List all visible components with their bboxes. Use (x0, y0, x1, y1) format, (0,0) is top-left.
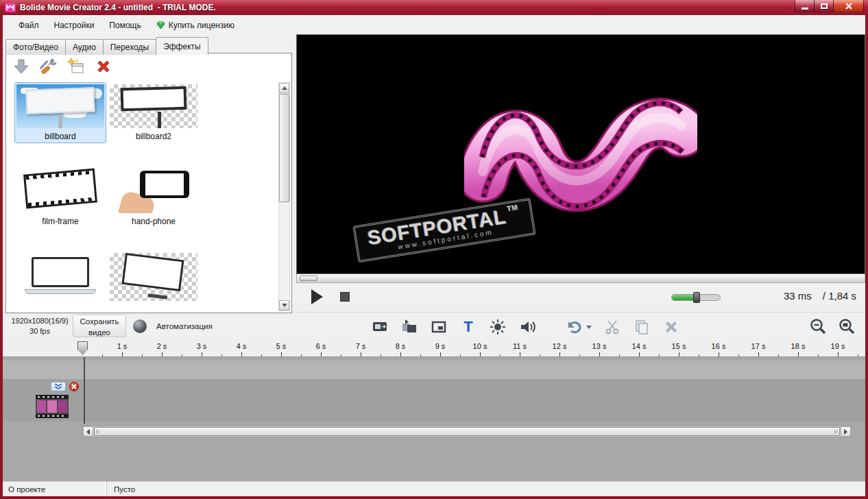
effects-library-panel: billboard billboard2 film-frame (5, 53, 292, 313)
effect-item-billboard2[interactable]: billboard2 (108, 82, 200, 143)
effect-settings-button[interactable] (39, 57, 58, 76)
time-total: / 1,84 s (823, 290, 856, 302)
play-button[interactable] (311, 289, 323, 304)
sound-button[interactable] (518, 318, 536, 336)
timeline-horizontal-scrollbar[interactable] (82, 426, 852, 437)
copy-button[interactable] (633, 318, 651, 336)
time-current: 33 ms (784, 290, 812, 302)
library-toolbar (12, 57, 113, 76)
effect-label: hand-phone (110, 217, 197, 226)
scroll-down-button[interactable] (279, 300, 289, 311)
preview-seek-bar[interactable] (296, 274, 865, 283)
laptop-thumbnail (16, 253, 104, 301)
horizontal-scrollbar-thumb[interactable] (94, 427, 840, 436)
copy-pages-icon (634, 319, 650, 335)
scroll-right-button[interactable] (841, 426, 851, 437)
effect-item-film-frame[interactable]: film-frame (14, 163, 106, 228)
scroll-left-button[interactable] (83, 426, 93, 437)
maximize-icon (821, 3, 828, 9)
zoom-out-button[interactable] (809, 317, 827, 335)
add-effect-button[interactable] (12, 57, 31, 76)
sun-brightness-icon (490, 319, 506, 335)
zoom-fit-button[interactable] (838, 317, 856, 335)
video-track-row[interactable] (3, 379, 865, 422)
save-video-button[interactable]: Сохранить видео (73, 315, 126, 337)
project-resolution: 1920x1080(16/9) (10, 316, 70, 326)
triangle-up-icon (282, 86, 287, 90)
library-vertical-scrollbar[interactable] (278, 82, 290, 311)
project-fps: 30 fps (10, 326, 70, 337)
timeline-ruler[interactable]: 1 s2 s3 s4 s5 s6 s7 s8 s9 s10 s11 s12 s1… (3, 339, 865, 357)
delete-effect-button[interactable] (94, 57, 113, 76)
ruler-minor-tick (261, 354, 262, 356)
edit-tools-group: T (371, 318, 680, 336)
new-effect-button[interactable] (67, 57, 86, 76)
menu-help[interactable]: Помощь (101, 18, 148, 33)
ruler-minor-tick (818, 354, 819, 356)
new-window-sparkle-icon (67, 58, 85, 75)
ruler-minor-tick (221, 354, 222, 356)
effect-label: billboard (16, 132, 104, 141)
maximize-button[interactable] (814, 0, 834, 12)
arrow-down-icon (12, 58, 30, 75)
tab-transitions[interactable]: Переходы (103, 39, 156, 55)
timeline-zoom-group (809, 317, 856, 335)
status-about-project: О проекте (3, 482, 107, 496)
menu-file[interactable]: Файл (11, 18, 47, 33)
effects-button[interactable] (489, 318, 507, 336)
remove-track-button[interactable] (69, 382, 79, 391)
hand-phone-thumbnail (110, 165, 197, 213)
tab-photo-video[interactable]: Фото/Видео (5, 39, 66, 55)
ruler-minor-tick (142, 354, 143, 356)
close-icon (845, 3, 852, 10)
minimize-button[interactable] (795, 0, 815, 12)
split-button[interactable] (603, 318, 621, 336)
status-empty: Пусто (107, 485, 135, 494)
app-logo-icon (5, 3, 16, 12)
preview-panel: SOFTPORTALTM www.softportal.com 33 ms / … (296, 34, 865, 312)
vertical-scrollbar-thumb[interactable] (279, 94, 289, 202)
ruler-minor-tick (619, 354, 620, 356)
seek-thumb[interactable] (300, 276, 317, 281)
ruler-minor-tick (381, 354, 381, 356)
add-text-button[interactable]: T (459, 318, 477, 336)
ruler-minor-tick (778, 354, 779, 356)
menu-buy-license[interactable]: Купить лицензию (149, 18, 242, 33)
softportal-watermark: SOFTPORTALTM www.softportal.com (352, 198, 535, 263)
undo-dropdown-button[interactable] (586, 326, 592, 329)
collapse-track-button[interactable] (51, 382, 66, 391)
effect-item-monitor[interactable] (108, 251, 200, 306)
tab-effects[interactable]: Эффекты (156, 37, 208, 55)
scroll-up-button[interactable] (279, 83, 289, 93)
close-button[interactable] (833, 0, 864, 12)
automation-button[interactable]: Автоматизация (156, 322, 213, 330)
transition-button[interactable] (400, 318, 418, 336)
playhead-line (84, 357, 85, 424)
monitor-thumbnail (110, 253, 197, 301)
stop-button[interactable] (340, 292, 350, 302)
undo-button[interactable] (565, 318, 583, 336)
volume-handle[interactable] (693, 292, 700, 303)
small-x-icon (71, 384, 77, 389)
clip-thumbnail[interactable] (36, 395, 69, 418)
red-x-icon (95, 58, 112, 75)
overlay-picture-button[interactable] (430, 318, 448, 336)
volume-slider[interactable] (671, 294, 721, 301)
effect-item-hand-phone[interactable]: hand-phone (108, 163, 200, 228)
edit-toolbar: 1920x1080(16/9) 30 fps Сохранить видео А… (3, 312, 865, 339)
collage-button[interactable] (371, 318, 389, 336)
tab-audio[interactable]: Аудио (65, 39, 104, 55)
effect-item-laptop[interactable] (14, 251, 106, 306)
titlebar[interactable]: Bolide Movie Creator 2.4 - untitled - TR… (0, 0, 868, 15)
ruler-minor-tick (102, 354, 103, 356)
effect-item-billboard[interactable]: billboard (14, 82, 106, 143)
billboard2-thumbnail (110, 84, 197, 128)
ruler-minor-tick (301, 354, 302, 356)
delete-clip-button[interactable] (662, 318, 680, 336)
window-title: Bolide Movie Creator 2.4 - untitled - TR… (20, 3, 216, 12)
minimize-icon (801, 8, 808, 10)
menu-settings[interactable]: Настройки (47, 18, 102, 33)
video-preview: SOFTPORTALTM www.softportal.com (296, 34, 865, 274)
empty-track-band[interactable] (3, 361, 865, 379)
render-sphere-icon[interactable] (133, 319, 147, 333)
